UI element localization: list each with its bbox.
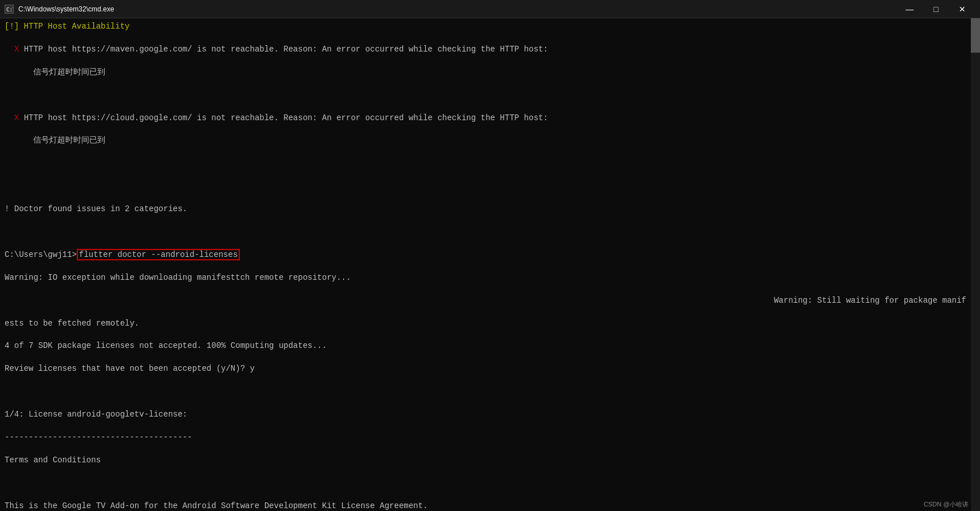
error-sub-1: 信号灯超时时间已到 (5, 66, 975, 78)
svg-text:C:\: C:\ (6, 7, 13, 13)
warning-header: [!] HTTP Host Availability (5, 21, 975, 32)
license-1-header: 1/4: License android-googletv-license: (5, 409, 975, 420)
title-bar: C:\ C:\Windows\system32\cmd.exe — □ ✕ (0, 0, 980, 18)
io-warning: Warning: IO exception while downloading … (5, 272, 975, 283)
watermark: CSDN @小哈讲 (924, 500, 969, 509)
console-output: [!] HTTP Host Availability X HTTP host h… (0, 18, 980, 511)
window-title: C:\Windows\system32\cmd.exe (18, 5, 896, 13)
google-tv-intro: This is the Google TV Add-on for the And… (5, 500, 975, 511)
window-controls: — □ ✕ (896, 0, 975, 18)
cmd-window: C:\ C:\Windows\system32\cmd.exe — □ ✕ [!… (0, 0, 980, 511)
doctor-issues: ! Doctor found issues in 2 categories. (5, 203, 975, 215)
minimize-button[interactable]: — (896, 0, 923, 18)
review-licenses: Review licenses that have not been accep… (5, 363, 975, 374)
error-line-1: X HTTP host https://maven.google.com/ is… (5, 43, 975, 55)
license-separator: --------------------------------------- (5, 431, 975, 443)
sdk-licenses: 4 of 7 SDK package licenses not accepted… (5, 340, 975, 351)
scrollbar[interactable] (971, 18, 980, 511)
maximize-button[interactable]: □ (923, 0, 949, 18)
fetched-remotely: ests to be fetched remotely. (5, 318, 975, 329)
still-waiting: Warning: Still waiting for package manif (5, 295, 975, 306)
highlighted-command: flutter doctor --android-licenses (77, 249, 240, 260)
terms-header: Terms and Conditions (5, 454, 975, 466)
cmd-icon: C:\ (5, 5, 14, 14)
error-sub-2: 信号灯超时时间已到 (5, 134, 975, 146)
command-line: C:\Users\gwj11>flutter doctor --android-… (5, 249, 975, 260)
error-line-2: X HTTP host https://cloud.google.com/ is… (5, 112, 975, 124)
close-button[interactable]: ✕ (949, 0, 975, 18)
scrollbar-thumb[interactable] (971, 18, 980, 53)
